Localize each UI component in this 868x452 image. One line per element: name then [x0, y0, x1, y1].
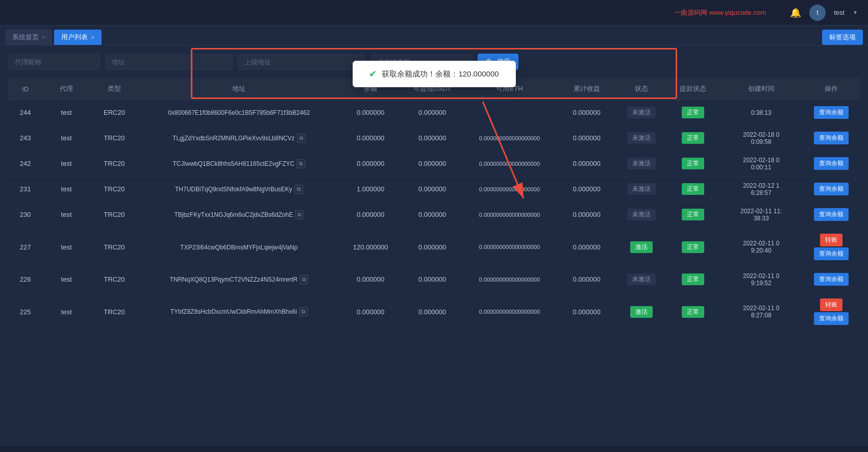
cell-usdt: 0.000000 — [401, 125, 463, 151]
cell-cumulative: 0.000000 — [556, 177, 617, 202]
toast-text: 获取余额成功！余额：120.000000 — [382, 69, 499, 79]
table-row: 230 test TRC20 TBjbzFKyTxx1NGJq6m6uC2jdv… — [8, 202, 860, 228]
table-row: 225 test TRC20 TYbfZ8Z8sHcbDxcmUwCkbRmAh… — [8, 292, 860, 332]
cell-address: TH7UDBiTqQ9rxtSNfokfA9w8NgVrBusEKy ⧉ — [138, 177, 340, 202]
search-button[interactable]: 🔍 搜索 — [478, 54, 518, 70]
address-search-input[interactable] — [105, 54, 233, 70]
cell-operations: 查询余额 — [802, 267, 860, 292]
tab-home[interactable]: 系统首页 × — [5, 30, 52, 45]
tab-users[interactable]: 用户列表 × — [54, 30, 101, 45]
address-text: TH7UDBiTqQ9rxtSNfokfA9w8NgVrBusEKy — [175, 186, 292, 193]
cell-usdt: 0.000000 — [401, 292, 463, 332]
cell-type: TRC20 — [90, 202, 138, 228]
cell-cumulative: 0.000000 — [556, 151, 617, 177]
cell-agent: test — [42, 202, 90, 228]
tab-users-close[interactable]: × — [91, 34, 94, 40]
cell-address: TBjbzFKyTxx1NGJq6m6uC2jdvZBs6dZohE ⧉ — [138, 202, 340, 228]
cell-usdt: 0.000000 — [401, 267, 463, 292]
cell-created: 2022-02-11 0 8:27:08 — [720, 292, 802, 332]
cell-operations: 查询余额 — [802, 100, 860, 125]
cell-id: 243 — [8, 125, 42, 151]
tab-home-close[interactable]: × — [42, 34, 45, 40]
cell-address: TYbfZ8Z8sHcbDxcmUwCkbRmAhMmXhBhx6i ⧉ — [138, 292, 340, 332]
withdraw-badge: 正常 — [682, 183, 704, 195]
th-eth: 可用ETH — [463, 78, 556, 100]
cell-id: 230 — [8, 202, 42, 228]
cell-withdraw: 正常 — [665, 228, 720, 267]
copy-icon[interactable]: ⧉ — [296, 159, 305, 168]
cell-usdt: 0.000000 — [401, 151, 463, 177]
th-withdraw: 提款状态 — [665, 78, 720, 100]
cell-withdraw: 正常 — [665, 202, 720, 228]
address-text: TXP23I64cwQb6DBmsMYFjxLqiejw4jVaNp — [180, 244, 297, 251]
cell-withdraw: 正常 — [665, 267, 720, 292]
cell-agent: test — [42, 177, 90, 202]
withdraw-badge: 正常 — [682, 158, 704, 169]
tab-users-label: 用户列表 — [61, 33, 88, 42]
cell-type: TRC20 — [90, 151, 138, 177]
cell-cumulative: 0.000000 — [556, 125, 617, 151]
table-row: 226 test TRC20 TNRNqXQ8Q13PqymCT2VNZZz4N… — [8, 267, 860, 292]
cell-address: TCJIwwbQ1BCk8hhs5AH81165ctE2vgFZYC ⧉ — [138, 151, 340, 177]
search-bar: 请选择类型 ERC20 TRC20 🔍 搜索 — [8, 54, 860, 70]
query-balance-button[interactable]: 查询余额 — [814, 106, 849, 119]
cell-withdraw: 正常 — [665, 292, 720, 332]
bell-icon[interactable]: 🔔 — [790, 7, 801, 18]
query-balance-button[interactable]: 查询余额 — [814, 247, 849, 260]
search-button-label: 搜索 — [497, 57, 510, 66]
user-dropdown-arrow[interactable]: ▼ — [853, 10, 858, 15]
query-balance-button[interactable]: 查询余额 — [814, 132, 849, 144]
th-created: 创建时间 — [720, 78, 802, 100]
cell-operations: 查询余额 — [802, 125, 860, 151]
table-row: 227 test TRC20 TXP23I64cwQb6DBmsMYFjxLqi… — [8, 228, 860, 267]
cell-address: TNRNqXQ8Q13PqymCT2VNZZz4NS24mrertR ⧉ — [138, 267, 340, 292]
cell-balance: 0.000000 — [340, 292, 402, 332]
cell-status: 未激活 — [617, 267, 665, 292]
cell-cumulative: 0.000000 — [556, 202, 617, 228]
table-row: 242 test TRC20 TCJIwwbQ1BCk8hhs5AH81165c… — [8, 151, 860, 177]
address-with-copy: TCJIwwbQ1BCk8hhs5AH81165ctE2vgFZYC ⧉ — [172, 159, 305, 168]
address-with-copy: TLgjZdYxdbSnR2MNRLGPieXvv9xLb8NCVz ⧉ — [172, 134, 305, 143]
avatar: t — [809, 5, 826, 21]
username[interactable]: test — [834, 9, 845, 16]
transfer-button[interactable]: 转账 — [820, 234, 842, 246]
cell-address: 0x800667E1f0b8600F6e0c1B5F785b6F71f3bB24… — [138, 100, 340, 125]
query-balance-button[interactable]: 查询余额 — [814, 273, 849, 286]
cell-eth: 0.000000000000000000 — [463, 267, 556, 292]
type-select[interactable]: 请选择类型 ERC20 TRC20 — [370, 54, 473, 70]
cell-agent: test — [42, 267, 90, 292]
cell-created: 0:38:13 — [720, 100, 802, 125]
query-balance-button[interactable]: 查询余额 — [814, 312, 849, 325]
label-select-button[interactable]: 标签选项 — [822, 30, 863, 45]
table-header-row: ID 代理 类型 地址 余额 可提现USDT 可用ETH 累计收益 状态 提款状… — [8, 78, 860, 100]
table-row: 231 test TRC20 TH7UDBiTqQ9rxtSNfokfA9w8N… — [8, 177, 860, 202]
cell-eth: 0.000000000000000000 — [463, 202, 556, 228]
tab-home-label: 系统首页 — [12, 33, 39, 42]
transfer-button[interactable]: 转账 — [820, 298, 842, 311]
copy-icon[interactable]: ⧉ — [294, 185, 303, 194]
address-text: TNRNqXQ8Q13PqymCT2VNZZz4NS24mrertR — [169, 276, 297, 283]
query-balance-button[interactable]: 查询余额 — [814, 208, 849, 221]
th-type: 类型 — [90, 78, 138, 100]
cell-created: 2022-02-11 11: 38:33 — [720, 202, 802, 228]
cell-agent: test — [42, 125, 90, 151]
copy-icon[interactable]: ⧉ — [299, 307, 308, 316]
cell-created: 2022-02-18 0 0:00:11 — [720, 151, 802, 177]
copy-icon[interactable]: ⧉ — [295, 210, 304, 219]
cell-created: 2022-02-12 1 6:28:57 — [720, 177, 802, 202]
agent-search-input[interactable] — [8, 54, 100, 70]
header: 一曲源码网 www.yiqucode.com 🔔 t test ▼ — [0, 0, 868, 26]
query-balance-button[interactable]: 查询余额 — [814, 183, 849, 195]
cell-type: TRC20 — [90, 267, 138, 292]
cell-operations: 查询余额 — [802, 177, 860, 202]
cell-id: 242 — [8, 151, 42, 177]
copy-icon[interactable]: ⧉ — [300, 275, 308, 284]
th-agent: 代理 — [42, 78, 90, 100]
cell-usdt: 0.000000 — [401, 202, 463, 228]
copy-icon[interactable]: ⧉ — [297, 134, 306, 143]
status-badge: 未激活 — [627, 209, 656, 220]
query-balance-button[interactable]: 查询余额 — [814, 157, 849, 170]
th-cumulative: 累计收益 — [556, 78, 617, 100]
parent-address-search-input[interactable] — [238, 54, 365, 70]
cell-type: TRC20 — [90, 292, 138, 332]
